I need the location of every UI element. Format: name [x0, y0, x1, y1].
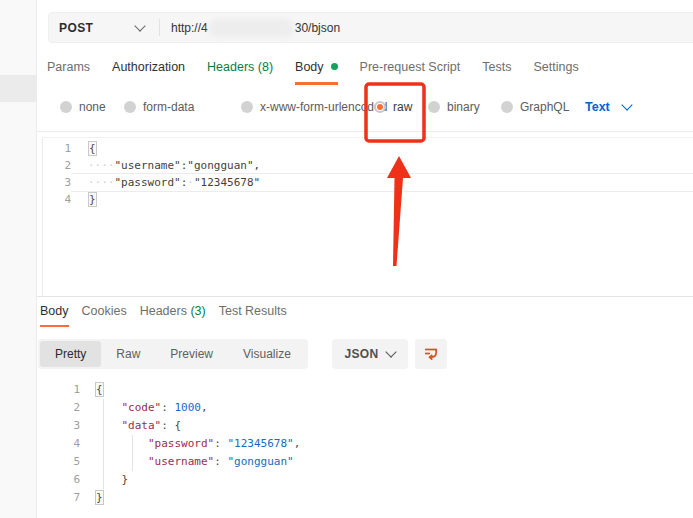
code-line: 1{ — [43, 140, 693, 157]
code-text: "username": "gongguan" — [80, 453, 693, 471]
url-input[interactable]: http://4 30/bjson — [160, 19, 340, 37]
tab-pre-request-script[interactable]: Pre-request Script — [360, 60, 461, 82]
tab-params[interactable]: Params — [47, 60, 90, 82]
request-response-divider — [37, 296, 693, 297]
code-text: "code": 1000, — [80, 399, 693, 417]
view-pretty[interactable]: Pretty — [40, 341, 101, 367]
code-text: "data": { — [80, 417, 693, 435]
tab-settings[interactable]: Settings — [533, 60, 578, 82]
beautify-icon — [423, 346, 439, 362]
line-number: 2 — [37, 399, 80, 417]
line-number: 3 — [43, 174, 71, 191]
code-text: ····"username":"gongguan", — [71, 157, 693, 174]
divider — [37, 131, 693, 132]
code-line: 6 } — [37, 471, 693, 489]
radio-raw[interactable]: raw — [374, 100, 412, 114]
request-body-editor[interactable]: 1{2····"username":"gongguan",3····"passw… — [42, 137, 693, 296]
line-number: 1 — [43, 140, 71, 157]
url-redaction-blur — [209, 19, 294, 37]
view-preview[interactable]: Preview — [155, 341, 228, 367]
line-number: 4 — [37, 435, 80, 453]
headers-count: (3) — [190, 304, 205, 318]
raw-format-dropdown[interactable]: Text — [585, 100, 631, 114]
tab-response-body[interactable]: Body — [40, 304, 69, 327]
sidebar-selected-item[interactable] — [0, 75, 36, 102]
line-number: 4 — [43, 191, 71, 208]
radio-none[interactable]: none — [60, 100, 106, 114]
code-line: 5 "username": "gongguan" — [37, 453, 693, 471]
code-line: 7} — [37, 489, 693, 507]
postman-window: POST http://4 30/bjson Params Authorizat… — [0, 0, 693, 518]
tab-headers[interactable]: Headers (8) — [207, 60, 273, 82]
indent-guide — [132, 435, 133, 471]
line-number: 5 — [37, 453, 80, 471]
chevron-down-icon — [134, 20, 145, 31]
radio-binary[interactable]: binary — [428, 100, 480, 114]
radio-form-data[interactable]: form-data — [124, 100, 194, 114]
url-prefix: http://4 — [171, 21, 208, 35]
code-line: 3····"password":·"12345678" — [43, 174, 693, 191]
sidebar[interactable] — [0, 0, 37, 518]
line-number: 6 — [37, 471, 80, 489]
code-text: ····"password":·"12345678" — [71, 173, 693, 192]
method-label: POST — [59, 21, 93, 35]
line-number: 1 — [37, 381, 80, 399]
code-line: 4} — [43, 191, 693, 208]
request-url-bar: POST http://4 30/bjson — [48, 12, 693, 43]
view-visualize[interactable]: Visualize — [228, 341, 306, 367]
response-view-toolbar: Pretty Raw Preview Visualize JSON — [0, 339, 693, 369]
code-text: "password": "12345678", — [80, 435, 693, 453]
code-text: } — [80, 471, 693, 489]
code-line: 4 "password": "12345678", — [37, 435, 693, 453]
code-line: 2 "code": 1000, — [37, 399, 693, 417]
line-number: 7 — [37, 489, 80, 507]
method-dropdown[interactable]: POST — [49, 21, 159, 35]
code-line: 3 "data": { — [37, 417, 693, 435]
radio-icon — [241, 101, 253, 113]
tab-tests[interactable]: Tests — [482, 60, 511, 82]
request-tabs: Params Authorization Headers (8) Body Pr… — [47, 60, 579, 86]
tab-authorization[interactable]: Authorization — [112, 60, 185, 82]
chevron-down-icon — [386, 346, 397, 357]
radio-icon — [428, 101, 440, 113]
url-suffix: 30/bjson — [295, 21, 340, 35]
code-text: } — [71, 191, 693, 208]
tab-body[interactable]: Body — [295, 60, 338, 85]
code-text: } — [80, 489, 693, 507]
beautify-button[interactable] — [415, 339, 447, 369]
body-type-row: none form-data x-www-form-urlencoded raw… — [0, 100, 693, 118]
chevron-down-icon — [621, 99, 632, 110]
radio-icon — [124, 101, 136, 113]
body-modified-dot-icon — [331, 63, 338, 70]
tab-response-headers[interactable]: Headers (3) — [140, 304, 206, 325]
radio-graphql[interactable]: GraphQL — [501, 100, 569, 114]
code-line: 2····"username":"gongguan", — [43, 157, 693, 174]
code-text: { — [80, 381, 693, 399]
code-line: 1{ — [37, 381, 693, 399]
line-number: 2 — [43, 157, 71, 174]
view-raw[interactable]: Raw — [101, 341, 155, 367]
radio-x-www-form-urlencoded[interactable]: x-www-form-urlencoded — [241, 100, 387, 114]
indent-guide — [103, 399, 104, 489]
response-body-editor[interactable]: 1{2 "code": 1000,3 "data": {4 "password"… — [37, 378, 693, 518]
tab-cookies[interactable]: Cookies — [82, 304, 127, 325]
line-number: 3 — [37, 417, 80, 435]
tab-test-results[interactable]: Test Results — [219, 304, 287, 325]
radio-icon — [60, 101, 72, 113]
view-segmented-control: Pretty Raw Preview Visualize — [38, 339, 308, 369]
response-language-dropdown[interactable]: JSON — [332, 339, 408, 369]
radio-icon — [501, 101, 513, 113]
radio-selected-icon — [374, 101, 386, 113]
code-text: { — [71, 140, 693, 157]
response-tabs: Body Cookies Headers (3) Test Results — [40, 304, 287, 327]
